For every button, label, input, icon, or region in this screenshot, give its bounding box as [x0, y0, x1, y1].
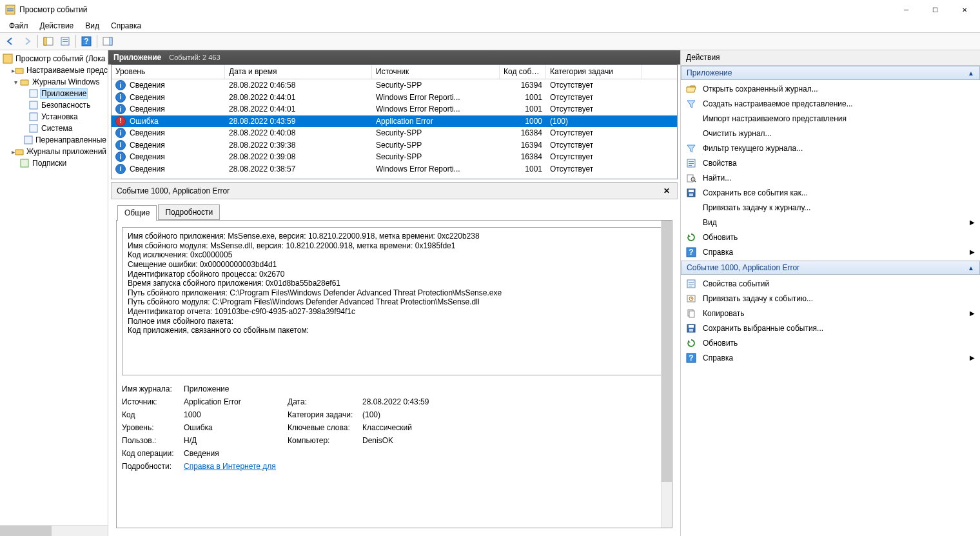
help-icon: ?	[686, 247, 696, 257]
tree-horizontal-scrollbar[interactable]	[0, 525, 108, 536]
tree-application[interactable]: Приложение	[18, 88, 108, 99]
action-label: Обновить	[703, 233, 975, 242]
action-item[interactable]: Импорт настраиваемого представления	[681, 111, 980, 126]
tree-subscriptions[interactable]: Подписки	[9, 157, 108, 169]
action-item[interactable]: Сохранить выбранные события...	[681, 321, 980, 335]
chevron-right-icon: ▶	[970, 248, 975, 255]
action-label: Справка	[703, 353, 963, 362]
maximize-button[interactable]: ☐	[921, 0, 950, 19]
show-actions-button[interactable]	[100, 34, 115, 48]
val-keywords: Классический	[362, 423, 530, 432]
column-eventid[interactable]: Код события	[500, 65, 546, 79]
action-label: Привязать задачу к журналу...	[703, 203, 975, 212]
link-online-help[interactable]: Справка в Интернете для	[184, 462, 276, 471]
none-icon	[686, 114, 696, 124]
column-level[interactable]: Уровень	[112, 65, 225, 79]
svg-text:?: ?	[689, 248, 693, 257]
tree-custom-views[interactable]: ▸Настраиваемые предс	[9, 65, 108, 76]
tree-root[interactable]: Просмотр событий (Лока	[0, 53, 108, 65]
tree-forwarded[interactable]: Перенаправленные	[18, 134, 108, 146]
val-level: Ошибка	[184, 423, 284, 432]
action-item[interactable]: Обновить	[681, 335, 980, 350]
lbl-opcode: Код операции:	[122, 449, 180, 458]
tree-setup[interactable]: Установка	[18, 111, 108, 123]
column-source[interactable]: Источник	[372, 65, 500, 79]
info-icon: i	[115, 92, 126, 103]
app-icon	[5, 5, 15, 15]
table-row[interactable]: iСведения28.08.2022 0:44:01Windows Error…	[112, 103, 677, 115]
find-icon	[686, 173, 696, 183]
svg-rect-40	[689, 311, 694, 317]
tree-windows-logs[interactable]: ▾Журналы Windows	[9, 76, 108, 88]
action-label: Свойства	[703, 159, 975, 168]
svg-rect-28	[689, 194, 693, 196]
action-item[interactable]: Найти...	[681, 170, 980, 185]
minimize-button[interactable]: ─	[892, 0, 921, 19]
lbl-computer: Компьютер:	[288, 436, 358, 445]
table-row[interactable]: !Ошибка28.08.2022 0:43:59Application Err…	[112, 115, 677, 128]
action-item[interactable]: Сохранить все события как...	[681, 185, 980, 200]
svg-rect-0	[6, 5, 15, 14]
menu-help[interactable]: Справка	[106, 20, 146, 32]
properties-button[interactable]	[57, 34, 73, 48]
forward-button[interactable]	[19, 34, 35, 48]
props-icon	[686, 279, 696, 289]
menu-view[interactable]: Вид	[80, 20, 104, 32]
event-description[interactable]: Имя сбойного приложения: MsSense.exe, ве…	[122, 227, 667, 375]
tab-details[interactable]: Подробности	[158, 204, 220, 220]
action-item[interactable]: ?Справка▶	[681, 350, 980, 365]
action-label: Фильтр текущего журнала...	[703, 144, 975, 153]
event-detail-close-button[interactable]: ✕	[662, 186, 672, 196]
val-date: 28.08.2022 0:43:59	[362, 397, 530, 406]
actions-section-log[interactable]: Приложение▲	[681, 66, 980, 80]
close-button[interactable]: ✕	[950, 0, 979, 19]
action-item[interactable]: ?Справка▶	[681, 244, 980, 259]
val-category: (100)	[362, 410, 530, 419]
menu-file[interactable]: Файл	[4, 20, 34, 32]
val-opcode: Сведения	[184, 449, 530, 458]
error-icon: !	[115, 116, 126, 126]
action-item[interactable]: Вид▶	[681, 215, 980, 230]
action-item[interactable]: Привязать задачу к журналу...	[681, 200, 980, 215]
info-icon: i	[115, 104, 126, 114]
action-item[interactable]: Привязать задачу к событию...	[681, 291, 980, 306]
action-item[interactable]: Свойства событий	[681, 276, 980, 291]
menu-action[interactable]: Действие	[35, 20, 79, 32]
info-icon: i	[115, 164, 126, 174]
help-button[interactable]: ?	[79, 34, 94, 48]
tab-general[interactable]: Общие	[117, 205, 157, 221]
back-button[interactable]	[3, 34, 18, 48]
action-item[interactable]: Свойства	[681, 155, 980, 170]
svg-rect-43	[689, 329, 693, 332]
action-label: Найти...	[703, 174, 975, 183]
table-row[interactable]: iСведения28.08.2022 0:40:08Security-SPP1…	[112, 127, 677, 139]
action-item[interactable]: Создать настраиваемое представление...	[681, 96, 980, 111]
column-task[interactable]: Категория задачи	[546, 65, 642, 79]
actions-section-event[interactable]: Событие 1000, Application Error▲	[681, 261, 980, 275]
column-datetime[interactable]: Дата и время	[225, 65, 372, 79]
svg-rect-22	[689, 165, 692, 166]
svg-rect-18	[21, 159, 28, 167]
detail-vertical-scrollbar[interactable]	[661, 221, 672, 528]
table-row[interactable]: iСведения28.08.2022 0:46:58Security-SPP1…	[112, 79, 677, 92]
event-detail-title: Событие 1000, Application Error	[117, 186, 230, 195]
svg-rect-15	[30, 113, 37, 121]
tree-security[interactable]: Безопасность	[18, 99, 108, 111]
action-item[interactable]: Открыть сохраненный журнал...	[681, 81, 980, 96]
show-tree-button[interactable]	[41, 34, 56, 48]
action-item[interactable]: Обновить	[681, 230, 980, 244]
action-item[interactable]: Копировать▶	[681, 306, 980, 321]
action-item[interactable]: Очистить журнал...	[681, 126, 980, 141]
action-item[interactable]: Фильтр текущего журнала...	[681, 141, 980, 155]
svg-rect-11	[110, 37, 112, 45]
tree-app-service-logs[interactable]: ▸Журналы приложений	[9, 146, 108, 157]
table-row[interactable]: iСведения28.08.2022 0:39:38Security-SPP1…	[112, 139, 677, 152]
table-row[interactable]: iСведения28.08.2022 0:44:01Windows Error…	[112, 92, 677, 104]
navigation-tree: Просмотр событий (Лока ▸Настраиваемые пр…	[0, 50, 108, 536]
svg-rect-14	[30, 101, 37, 109]
tree-system[interactable]: Система	[18, 123, 108, 134]
table-row[interactable]: iСведения28.08.2022 0:39:08Security-SPP1…	[112, 151, 677, 163]
table-row[interactable]: iСведения28.08.2022 0:38:57Windows Error…	[112, 163, 677, 175]
toolbar: ?	[0, 32, 980, 50]
save-icon	[686, 188, 696, 198]
